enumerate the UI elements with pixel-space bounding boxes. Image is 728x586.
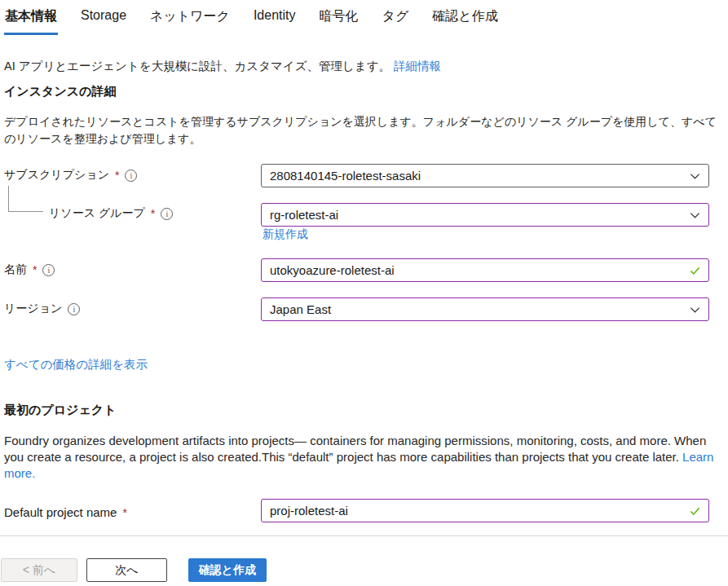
- default-project-name-field-wrapper: [261, 499, 709, 522]
- name-label: 名前: [4, 262, 27, 277]
- valid-check-icon: [689, 504, 701, 517]
- chevron-down-icon: [689, 303, 701, 315]
- create-new-resource-group-link[interactable]: 新規作成: [263, 227, 308, 242]
- instance-details-heading: インスタンスの詳細: [4, 84, 116, 99]
- intro-text: AI アプリとエージェントを大規模に設計、カスタマイズ、管理します。 詳細情報: [4, 59, 441, 74]
- first-project-heading: 最初のプロジェクト: [4, 403, 116, 418]
- required-asterisk: *: [122, 506, 126, 519]
- previous-button[interactable]: < 前へ: [1, 558, 77, 582]
- subscription-dropdown[interactable]: 2808140145-roletest-sasaki: [261, 164, 709, 187]
- region-label: リージョン: [4, 302, 62, 316]
- name-field-wrapper: [261, 258, 709, 282]
- wizard-tabbar: 基本情報 Storage ネットワーク Identity 暗号化 タグ 確認と作…: [4, 3, 499, 35]
- tab-identity[interactable]: Identity: [253, 3, 297, 35]
- required-asterisk: *: [151, 207, 155, 220]
- info-icon[interactable]: i: [42, 264, 55, 276]
- default-project-name-input[interactable]: [270, 504, 682, 518]
- region-dropdown[interactable]: Japan East: [261, 297, 709, 321]
- view-all-pricing-link[interactable]: すべての価格の詳細を表示: [4, 357, 148, 372]
- tab-review-create[interactable]: 確認と作成: [431, 3, 498, 35]
- tab-tags[interactable]: タグ: [382, 3, 410, 35]
- resource-group-connector-vertical: [8, 186, 9, 212]
- next-button[interactable]: 次へ: [86, 558, 167, 582]
- info-icon[interactable]: i: [68, 303, 80, 315]
- chevron-down-icon: [689, 170, 701, 182]
- resource-group-dropdown[interactable]: rg-roletest-ai: [261, 203, 709, 227]
- learn-more-top-link[interactable]: 詳細情報: [394, 59, 441, 73]
- project-description-text: Foundry organizes development artifacts …: [4, 434, 706, 464]
- chevron-down-icon: [689, 209, 701, 221]
- review-create-button[interactable]: 確認と作成: [188, 558, 267, 582]
- subscription-value: 2808140145-roletest-sasaki: [270, 169, 682, 183]
- tab-basics[interactable]: 基本情報: [4, 3, 58, 35]
- create-wizard-basics-page: 基本情報 Storage ネットワーク Identity 暗号化 タグ 確認と作…: [0, 0, 728, 586]
- subscription-label-row: サブスクリプション * i: [4, 168, 137, 183]
- footer-divider: [0, 535, 728, 536]
- required-asterisk: *: [33, 263, 37, 276]
- resource-group-label-row: リソース グループ * i: [49, 206, 173, 221]
- default-project-name-label: Default project name: [4, 505, 117, 519]
- name-label-row: 名前 * i: [4, 262, 55, 277]
- valid-check-icon: [689, 264, 701, 276]
- default-project-name-label-row: Default project name *: [4, 505, 127, 519]
- info-icon[interactable]: i: [125, 170, 137, 182]
- resource-group-label: リソース グループ: [49, 206, 145, 221]
- resource-group-connector-horizontal: [8, 211, 43, 212]
- first-project-description: Foundry organizes development artifacts …: [4, 433, 725, 482]
- tab-networking[interactable]: ネットワーク: [149, 3, 231, 35]
- region-label-row: リージョン i: [4, 302, 80, 316]
- required-asterisk: *: [115, 169, 119, 182]
- resource-group-value: rg-roletest-ai: [270, 208, 682, 222]
- subscription-label: サブスクリプション: [4, 168, 109, 183]
- intro-description: AI アプリとエージェントを大規模に設計、カスタマイズ、管理します。: [4, 59, 390, 73]
- info-icon[interactable]: i: [161, 208, 173, 220]
- region-value: Japan East: [270, 302, 682, 316]
- name-input[interactable]: [270, 263, 682, 277]
- instance-details-description: デプロイされたリソースとコストを管理するサブスクリプションを選択します。フォルダ…: [4, 113, 725, 148]
- tab-storage[interactable]: Storage: [80, 3, 127, 35]
- tab-encryption[interactable]: 暗号化: [319, 3, 360, 35]
